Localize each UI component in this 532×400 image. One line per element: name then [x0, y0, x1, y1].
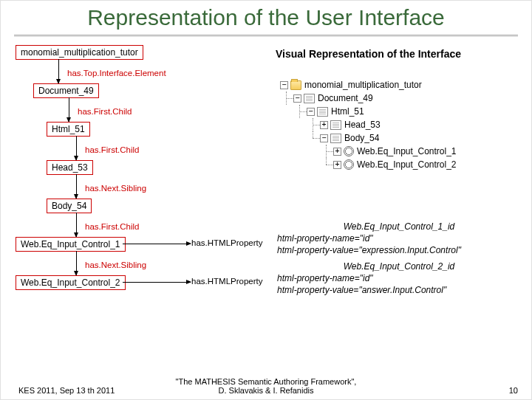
prop1-line3: html-property-value="expression.Input.Co…: [277, 244, 521, 256]
edge-has-first-child-3: has.First.Child: [85, 222, 140, 231]
tree-label-head: Head_53: [344, 120, 381, 130]
tree-label-control2: Web.Eq_Input_Control_2: [357, 159, 457, 170]
tree-label-html: Html_51: [331, 106, 364, 117]
arrow-6: [76, 251, 77, 275]
title-underline: [14, 35, 518, 37]
section-heading: Visual Representation of the Interface: [276, 48, 461, 60]
tree-row-document[interactable]: − Document_49: [280, 92, 516, 105]
node-body: Body_54: [47, 199, 92, 213]
folder-open-icon: [290, 80, 301, 90]
arrow-3: [76, 136, 77, 160]
node-input-control-1: Web.Eq_Input_Control_1: [16, 237, 126, 252]
minus-icon[interactable]: −: [293, 94, 301, 103]
plus-icon[interactable]: +: [320, 121, 328, 129]
node-html: Html_51: [47, 122, 90, 137]
edge-has-first-child-2: has.First.Child: [85, 145, 140, 154]
tree-row-body[interactable]: − Body_54: [280, 131, 516, 145]
footer-center-line1: "The MATHESIS Semantic Authoring Framewo…: [176, 377, 357, 386]
edge-has-top-interface-element: has.Top.Interface.Element: [67, 69, 166, 77]
property-box-2: Web.Eq_Input_Control_2_id html-property-…: [277, 261, 521, 297]
node-root: monomial_multiplication_tutor: [16, 45, 143, 60]
footer-page-number: 10: [509, 386, 518, 395]
tree-view: − monomial_multiplication_tutor − Docume…: [280, 78, 516, 171]
tree-label-root: monomial_multiplication_tutor: [304, 80, 422, 90]
tree-label-control1: Web.Eq_Input_Control_1: [357, 146, 457, 156]
node-input-control-2: Web.Eq_Input_Control_2: [16, 275, 126, 290]
edge-has-next-sibling-1: has.Next.Sibling: [85, 184, 146, 193]
arrow-4: [76, 174, 77, 199]
tree-label-document: Document_49: [318, 93, 373, 103]
prop2-line2: html-property-name="id": [277, 272, 521, 284]
plus-icon[interactable]: +: [333, 161, 341, 169]
tree-row-control1[interactable]: + Web.Eq_Input_Control_1: [280, 145, 516, 158]
page-icon: [304, 94, 315, 103]
prop1-line2: html-property-name="id": [277, 232, 521, 244]
arrow-1: [58, 59, 59, 83]
edge-has-html-property-2: has.HTMLProperty: [191, 277, 263, 286]
prop2-title: Web.Eq_Input_Control_2_id: [277, 261, 521, 272]
slide-container: Representation of the User Interface Vis…: [0, 0, 532, 400]
minus-icon[interactable]: −: [280, 81, 288, 89]
page-icon: [317, 107, 328, 117]
property-box-1: Web.Eq_Input_Control_1_id html-property-…: [277, 221, 521, 257]
tree-row-html[interactable]: − Html_51: [280, 105, 516, 118]
arrow-h2: [123, 282, 191, 283]
arrow-h1: [123, 244, 191, 244]
page-icon: [330, 134, 341, 143]
footer-center: "The MATHESIS Semantic Authoring Framewo…: [1, 377, 531, 395]
minus-icon[interactable]: −: [320, 134, 328, 142]
plus-icon[interactable]: +: [333, 148, 341, 156]
tree-label-body: Body_54: [344, 133, 379, 143]
page-title: Representation of the User Interface: [1, 5, 531, 33]
arrow-2: [69, 97, 69, 122]
minus-icon[interactable]: −: [307, 108, 315, 116]
gear-icon: [344, 159, 354, 170]
footer-center-line2: D. Sklavakis & I. Refanidis: [219, 386, 314, 395]
tree-row-root[interactable]: − monomial_multiplication_tutor: [280, 78, 516, 92]
prop2-line3: html-property-value="answer.Input.Contro…: [277, 284, 521, 296]
gear-icon: [344, 146, 354, 156]
node-head: Head_53: [47, 160, 93, 175]
edge-has-first-child-1: has.First.Child: [78, 107, 132, 116]
page-icon: [330, 120, 341, 130]
tree-row-head[interactable]: + Head_53: [280, 118, 516, 131]
edge-has-next-sibling-2: has.Next.Sibling: [85, 261, 146, 269]
prop1-title: Web.Eq_Input_Control_1_id: [277, 221, 521, 232]
node-document: Document_49: [33, 83, 99, 98]
arrow-5: [76, 213, 77, 237]
tree-row-control2[interactable]: + Web.Eq_Input_Control_2: [280, 158, 516, 171]
edge-has-html-property-1: has.HTMLProperty: [191, 238, 263, 247]
